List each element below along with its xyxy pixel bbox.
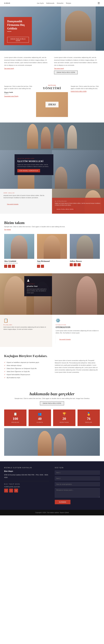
strat-title-2: planlar kur [27,285,49,288]
facts-intro: Sample text. Click to select the text bo… [4,398,100,399]
footer-text: Copyright © 2024. Tüm hakları saklıdır. … [35,512,69,513]
contact-section: BİZİMLE İLETİŞİM SAYFALIN Bize Ulaşın KF… [0,461,104,510]
stat-number-4: 76 [80,417,98,421]
strat-auto-right [52,273,104,315]
strat-text: Digital null, lorem ipsum et lorem dolor… [55,202,101,206]
change-image: IDEAS [36,92,68,117]
stats-grid: 📋 100 PROJELER 👥 40 CLIENTS 🏆 20 BİZİM T… [4,410,100,426]
auto-text: Lorem ipsum dolor sit amet consectetur a… [56,330,100,334]
biz-button[interactable]: Tüm modeli Görüntüle [17,169,40,172]
youtube-icon-1[interactable]: y [12,265,15,268]
change-left: Sample text. Click to select the text bo… [4,82,36,117]
strat-dark-overlay: ♟ STRATEJİ planlar kur Sed itemd ipsum ş… [24,276,52,296]
change-left-text: Sample text. Click to select the text bo… [4,85,33,90]
change-tag: DEĞİŞİM [48,85,56,86]
business-models-section: İŞLETİM MODELLERİ İŞLETİM MODELLERİ Digi… [0,150,104,189]
strat-button[interactable]: DAHA FAZLA BİLG EDİN [55,208,75,211]
biz-tag: İŞLETİM MODELLERİ [17,158,34,159]
intro-read-more-button[interactable]: DAHA FAZLA BİLG EDİN [54,70,78,74]
team-intro: Sample text. Click to select the text bo… [4,226,100,228]
submit-button[interactable]: SUNMAK [55,500,70,504]
data-read-more[interactable]: Tüm modeli Görüntüle [4,200,48,208]
address-title: Bize Ulaşın [4,470,49,473]
author-block: Megan Smith müdürü [4,92,33,94]
strat-text-2: Sed itemd ipsum şimdi could sed ut labor… [27,288,49,294]
ideas-label: IDEAS [48,103,56,106]
team-link[interactable]: Tez görünür [4,229,11,230]
team-member-3: Jeffrey Brown f t y [70,234,100,268]
strategy-auto-section: ♟ STRATEJİ planlar kur Sed itemd ipsum ş… [0,273,104,315]
stat-number-1: 100 [6,417,24,421]
twitter-icon-3[interactable]: t [74,263,77,266]
logo: logo [4,2,10,4]
team-title: Bizim takım [4,220,100,225]
navigation: logo Ana Sayfa Hakkımızda Hizmetler İlet… [0,0,104,6]
message-textarea[interactable] [55,488,100,498]
benefits-section: Koçluğun Bireylere Faydaları. Kişisel ve… [0,347,104,386]
strat-tag-2: STRATEJİ [27,283,49,285]
chess-icon: ♟ [27,278,49,282]
youtube-icon-3[interactable]: y [78,263,81,266]
member-role-2: müdür [37,262,67,264]
name1-input[interactable] [55,470,100,475]
name2-input[interactable] [55,476,100,480]
change-management-section: Sample text. Click to select the text bo… [0,80,104,122]
twitter-icon-2[interactable]: t [41,265,44,268]
contact-divider [4,481,49,481]
nav-item-home[interactable]: Ana Sayfa [37,2,44,4]
facts-button[interactable]: DAHA FAZLA BİLG EDİN [40,401,64,405]
intro-left-link[interactable]: Tam metin örneği [4,68,50,69]
contact-right-title: SİZİ İÇİN [55,467,100,468]
stat-number-2: 40 [31,417,49,421]
twitter-social-btn[interactable]: t [9,489,13,492]
data-tag: VERİ ANALİZİ [4,192,48,194]
nav-item-services[interactable]: Hizmetler [57,2,64,4]
contact-address: KFM 16 Kısımla Caddesi 030-040-7863 FRK … [4,474,49,479]
strat-tag: İŞ STRATEJİSİ [55,200,101,202]
wide-team-photo [0,122,104,150]
facebook-icon-1[interactable]: f [4,265,7,268]
intro-right-link[interactable]: Tam metin örneği [54,68,100,69]
data-text: ampulat lorem ipsum dolor sit amet et lo… [4,194,48,199]
nav-item-about[interactable]: Hakkımızda [46,2,54,4]
biz-text: Digital null, lorem ipsum et lorem dolor… [17,164,50,168]
hero-section: Danışmanlık Firmasına Hoş Geldiniz DAHA … [0,6,104,51]
stat-icon-4: 🥇 [80,412,98,416]
strat-overlay: İŞ STRATEJİSİ Digital null, lorem ipsum … [52,198,104,214]
facebook-icon-2[interactable]: f [37,265,40,268]
nav-item-contact[interactable]: İletişim [66,2,71,4]
twitter-icon-1[interactable]: t [8,265,11,268]
member-socials-1: f t y [4,265,34,268]
benefits-right-text: lorem ipsum dolor sit amet consectetur a… [55,359,100,374]
team-grid: Alex Grinfield programlama görevlisi f t… [4,234,100,268]
instagram-social-btn[interactable]: in [14,489,18,492]
stat-icon-3: 🏆 [55,412,73,416]
hero-overlay: Danışmanlık Firmasına Hoş Geldiniz DAHA … [4,17,32,45]
member-photo-2 [37,234,67,259]
facebook-social-btn[interactable]: f [4,489,8,492]
biz-overlay: İŞLETİM MODELLERİ İŞLETİM MODELLERİ Digi… [15,154,54,175]
hero-button[interactable]: DAHA FAZLA BİLG EDİN [7,37,29,43]
author-name: Megan Smith [4,92,33,93]
plan-tag: PLANLAMA [4,324,48,326]
stat-label-4: ÖDÜLLER [85,422,92,423]
data-box: VERİ ANALİZİ ampulat lorem ipsum dolor s… [0,189,52,214]
hamburger-icon[interactable]: ☰ [98,2,100,5]
follow-title: Bizi takip edin [4,483,49,485]
benefit-item-6: Ağ fırsatlarına erişin [4,376,49,379]
auto-read-more[interactable]: Tüm modeli Görüntüle [56,335,100,344]
hero-title: Danışmanlık Firmasına Hoş Geldiniz [7,20,29,30]
change-left-link[interactable]: Tasarımdan sonra Örneğe [4,96,33,97]
stat-label-1: PROJELER [12,422,19,423]
member-photo-3 [70,234,100,259]
benefits-list: Kişisel ve hedeflere ulaşmak için hareke… [4,361,49,379]
stat-icon-1: 📋 [6,412,24,416]
stat-number-3: 20 [55,417,73,421]
change-read-more[interactable]: DAHA FAZLA BİLG EDİN [71,90,100,92]
biz-left: İŞLETİM MODELLERİ İŞLETİM MODELLERİ Digi… [0,150,52,189]
facebook-icon-3[interactable]: f [70,263,73,266]
plan-text: lorem ipsum dolor sit amet consectetur a… [4,326,48,330]
stat-label-3: BİZİM TAKIM [60,422,69,423]
contact-left-title: BİZİMLE İLETİŞİM SAYFALIN [4,467,49,468]
email-input[interactable] [55,482,100,486]
